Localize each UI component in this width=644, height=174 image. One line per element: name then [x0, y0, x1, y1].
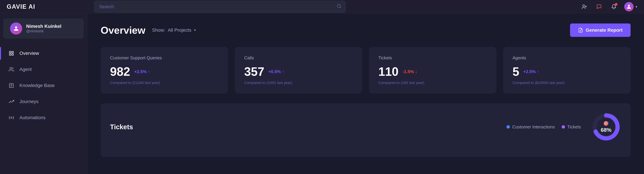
stat-compare-agents: Compared to ($10500 last year) — [512, 81, 621, 85]
knowledge-base-icon — [8, 82, 15, 89]
sidebar-nav: Overview Agent — [0, 45, 87, 126]
stat-card-agents: Agents 5 +2.5% ↑ Compared to ($10500 las… — [503, 47, 630, 93]
sidebar-item-label-journeys: Journeys — [20, 99, 38, 104]
user-handle: @nimeshk — [26, 29, 62, 33]
stat-compare-csq: Compared to (21340 last year) — [110, 81, 219, 85]
svg-rect-9 — [10, 54, 11, 55]
stat-label-calls: Calls — [244, 55, 353, 60]
chevron-down-icon: ▾ — [636, 5, 637, 9]
stat-compare-tickets: Compared to (165 last year) — [378, 81, 487, 85]
sidebar-item-label-agent: Agent — [20, 67, 32, 72]
user-avatar-header[interactable]: ▾ — [624, 2, 637, 12]
tickets-section-header: Tickets Customer Interactions Tickets — [110, 112, 621, 142]
header-actions: ▾ — [580, 2, 637, 12]
stat-value-tickets: 110 — [378, 66, 398, 78]
user-info: Nimesh Kuinkel @nimeshk — [26, 24, 62, 33]
svg-point-2 — [583, 5, 585, 6]
main-layout: Nimesh Kuinkel @nimeshk Overview — [0, 14, 644, 174]
sidebar-item-journeys[interactable]: Journeys — [0, 94, 87, 110]
journeys-icon — [8, 98, 15, 105]
generate-report-button[interactable]: Generate Report — [570, 24, 630, 37]
tickets-section: Tickets Customer Interactions Tickets — [100, 104, 630, 157]
legend: Customer Interactions Tickets — [506, 124, 581, 130]
svg-point-16 — [11, 117, 12, 118]
stat-card-tickets: Tickets 110 -1.5% ↓ Compared to (165 las… — [369, 47, 496, 93]
legend-item-customer-interactions: Customer Interactions — [506, 124, 555, 130]
stat-change-agents: +2.5% ↑ — [523, 69, 539, 74]
sidebar-item-agent[interactable]: Agent — [0, 61, 87, 78]
stat-change-tickets: -1.5% ↓ — [402, 69, 417, 74]
stat-label-tickets: Tickets — [378, 55, 487, 60]
generate-report-label: Generate Report — [586, 28, 622, 33]
svg-rect-8 — [12, 51, 14, 53]
stat-card-customer-support-queries: Customer Support Queries 982 +2.5% ↑ Com… — [100, 47, 228, 93]
sidebar-item-label-automations: Automations — [20, 115, 46, 120]
user-profile[interactable]: Nimesh Kuinkel @nimeshk — [3, 18, 84, 38]
donut-percentage: 68% — [601, 127, 612, 133]
page-title: Overview — [100, 24, 146, 36]
tickets-section-title: Tickets — [110, 123, 133, 131]
sidebar-item-overview[interactable]: Overview — [0, 45, 87, 61]
svg-line-1 — [340, 7, 341, 8]
top-header: GAVIE AI — [0, 0, 644, 14]
sidebar: Nimesh Kuinkel @nimeshk Overview — [0, 14, 87, 174]
content-header: Overview Show: All Projects ▾ Generate R… — [100, 24, 630, 37]
show-filter[interactable]: Show: All Projects ▾ — [152, 28, 196, 33]
chat-icon[interactable] — [595, 2, 604, 11]
sidebar-item-knowledge-base[interactable]: Knowledge Base — [0, 78, 87, 94]
stats-grid: Customer Support Queries 982 +2.5% ↑ Com… — [100, 47, 630, 93]
donut-chart: 🎯 68% — [591, 112, 621, 142]
avatar — [624, 2, 634, 12]
stat-value-row-agents: 5 +2.5% ↑ — [512, 66, 621, 78]
stat-compare-calls: Compared to (1002 last year) — [244, 81, 353, 85]
show-label: Show: — [152, 28, 165, 33]
stat-value-row-tickets: 110 -1.5% ↓ — [378, 66, 487, 78]
sidebar-item-label-knowledge-base: Knowledge Base — [20, 83, 55, 88]
svg-rect-7 — [10, 51, 11, 53]
legend-item-tickets: Tickets — [562, 124, 581, 130]
donut-target-icon: 🎯 — [601, 121, 612, 126]
stat-label-csq: Customer Support Queries — [110, 55, 219, 60]
search-input[interactable] — [94, 1, 346, 12]
stat-value-calls: 357 — [244, 66, 264, 78]
stat-value-row-csq: 982 +2.5% ↑ — [110, 66, 219, 78]
legend-dot-customer-interactions — [506, 125, 510, 128]
sidebar-item-label-overview: Overview — [20, 50, 39, 56]
page-title-group: Overview Show: All Projects ▾ — [100, 24, 196, 36]
stat-value-agents: 5 — [512, 66, 519, 78]
stat-label-agents: Agents — [512, 55, 621, 60]
svg-point-6 — [15, 26, 17, 28]
stat-change-calls: +0.5% ↑ — [268, 69, 284, 74]
svg-point-11 — [10, 68, 12, 69]
add-user-icon[interactable] — [580, 2, 589, 11]
search-icon — [337, 4, 342, 10]
sidebar-avatar — [10, 22, 22, 34]
donut-center: 🎯 68% — [601, 121, 612, 133]
search-container — [94, 1, 346, 12]
stat-change-csq: +2.5% ↑ — [134, 69, 150, 74]
legend-label-tickets: Tickets — [567, 124, 581, 130]
agent-icon — [8, 66, 15, 73]
filter-chevron-icon: ▾ — [194, 28, 196, 32]
app-logo: GAVIE AI — [7, 3, 94, 10]
notification-badge — [615, 3, 618, 6]
active-indicator — [0, 47, 1, 60]
automations-icon — [8, 114, 15, 121]
stat-value-row-calls: 357 +0.5% ↑ — [244, 66, 353, 78]
sidebar-item-automations[interactable]: Automations — [0, 110, 87, 126]
legend-dot-tickets — [562, 125, 565, 128]
user-name: Nimesh Kuinkel — [26, 24, 62, 29]
show-value: All Projects — [168, 28, 191, 33]
main-content: Overview Show: All Projects ▾ Generate R… — [87, 14, 644, 174]
legend-label-customer-interactions: Customer Interactions — [512, 124, 555, 130]
stat-value-csq: 982 — [110, 66, 130, 78]
svg-rect-10 — [12, 54, 14, 55]
stat-card-calls: Calls 357 +0.5% ↑ Compared to (1002 last… — [235, 47, 362, 93]
svg-point-5 — [628, 5, 630, 7]
notification-bell-icon[interactable] — [610, 2, 618, 11]
overview-icon — [8, 50, 15, 57]
